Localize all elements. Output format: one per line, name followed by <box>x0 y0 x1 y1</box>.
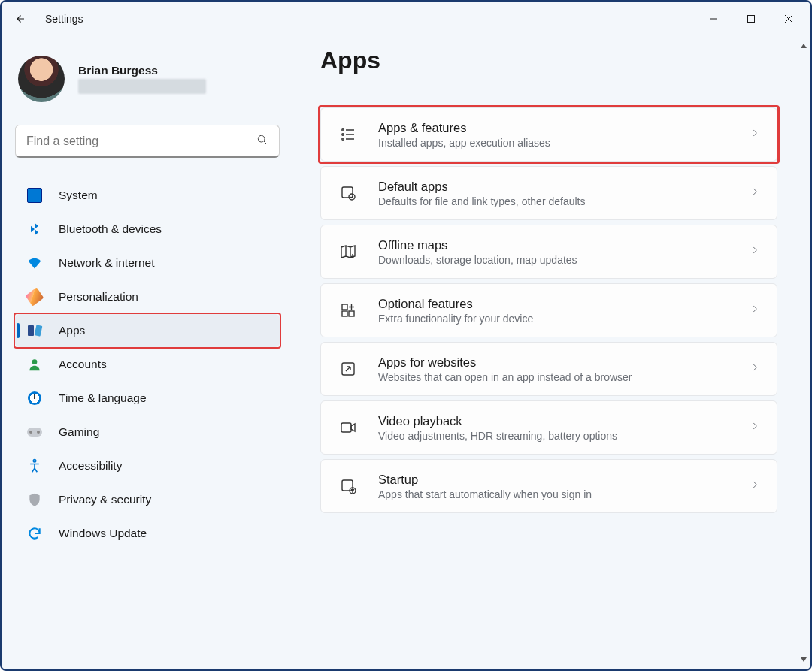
tile-subtitle: Downloads, storage location, map updates <box>378 254 730 266</box>
clock-icon <box>27 391 42 406</box>
tile-title: Default apps <box>378 180 730 194</box>
back-button[interactable] <box>5 4 35 34</box>
sidebar-item-time[interactable]: Time & language <box>15 382 280 415</box>
accessibility-icon <box>27 458 42 473</box>
accounts-icon <box>27 357 42 372</box>
tile-title: Startup <box>378 473 730 487</box>
tile-subtitle: Installed apps, app execution aliases <box>378 137 730 149</box>
sidebar-item-personalization[interactable]: Personalization <box>15 280 280 313</box>
map-icon <box>338 241 359 262</box>
close-button[interactable] <box>770 5 807 32</box>
tile-list: Apps & features Installed apps, app exec… <box>320 107 777 513</box>
sidebar-item-accounts[interactable]: Accounts <box>15 348 280 381</box>
sidebar-item-privacy[interactable]: Privacy & security <box>15 483 280 516</box>
sidebar-item-label: Gaming <box>59 425 99 439</box>
sidebar-item-label: Time & language <box>59 391 147 405</box>
tile-video-playback[interactable]: Video playback Video adjustments, HDR st… <box>320 400 777 455</box>
apps-icon <box>27 323 42 338</box>
chevron-right-icon <box>750 245 760 258</box>
sidebar-item-label: Apps <box>59 324 85 337</box>
chevron-right-icon <box>750 421 760 434</box>
sidebar-item-label: Bluetooth & devices <box>59 222 162 236</box>
sidebar-item-network[interactable]: Network & internet <box>15 246 280 280</box>
bluetooth-icon <box>27 222 42 237</box>
tile-startup[interactable]: Startup Apps that start automatically wh… <box>320 459 777 513</box>
tile-optional-features[interactable]: Optional features Extra functionality fo… <box>320 283 777 337</box>
link-app-icon <box>338 358 359 379</box>
optional-features-icon <box>338 300 359 321</box>
sidebar-item-apps[interactable]: Apps <box>15 314 280 347</box>
avatar <box>18 56 65 102</box>
profile-name: Brian Burgess <box>78 64 206 77</box>
svg-rect-0 <box>748 16 755 23</box>
wifi-icon <box>27 255 42 271</box>
tile-subtitle: Apps that start automatically when you s… <box>378 488 730 500</box>
tile-title: Apps for websites <box>378 355 730 370</box>
svg-point-5 <box>342 134 344 135</box>
sidebar-item-label: Network & internet <box>59 256 155 270</box>
tile-title: Offline maps <box>378 238 730 252</box>
svg-rect-9 <box>342 304 347 310</box>
shield-icon <box>27 492 42 507</box>
chevron-right-icon <box>750 362 760 376</box>
sidebar-item-label: Personalization <box>59 290 138 304</box>
sidebar-item-bluetooth[interactable]: Bluetooth & devices <box>15 213 280 246</box>
svg-rect-10 <box>342 311 347 316</box>
tile-subtitle: Websites that can open in an app instead… <box>378 371 730 383</box>
search-box[interactable] <box>15 125 280 158</box>
gamepad-icon <box>27 425 42 440</box>
personalization-icon <box>27 289 42 304</box>
nav-list: System Bluetooth & devices Network & int… <box>15 179 280 550</box>
window-title: Settings <box>45 13 83 25</box>
window-controls <box>695 5 807 32</box>
main-content: Apps Apps & features Installed apps, app… <box>293 36 810 669</box>
sidebar-item-label: System <box>59 189 98 202</box>
sidebar-item-accessibility[interactable]: Accessibility <box>15 449 280 482</box>
profile-block[interactable]: Brian Burgess <box>15 51 280 107</box>
tile-title: Apps & features <box>378 121 730 135</box>
svg-rect-11 <box>349 311 354 316</box>
svg-rect-13 <box>341 423 351 432</box>
sidebar-item-label: Windows Update <box>59 527 147 540</box>
chevron-right-icon <box>750 128 760 141</box>
scrollbar[interactable] <box>797 36 810 669</box>
sidebar-item-label: Accessibility <box>59 459 122 473</box>
svg-rect-14 <box>342 480 353 491</box>
svg-point-4 <box>342 129 344 131</box>
svg-point-1 <box>258 135 265 142</box>
chevron-right-icon <box>750 186 760 200</box>
scroll-up-icon[interactable] <box>800 39 807 53</box>
minimize-button[interactable] <box>695 5 732 32</box>
system-icon <box>27 188 42 203</box>
svg-point-3 <box>33 460 35 462</box>
svg-point-2 <box>32 359 38 364</box>
scroll-down-icon[interactable] <box>800 653 807 666</box>
page-title: Apps <box>320 47 777 74</box>
maximize-button[interactable] <box>732 5 770 32</box>
default-apps-icon <box>338 183 359 204</box>
tile-subtitle: Extra functionality for your device <box>378 313 730 325</box>
tile-title: Video playback <box>378 414 730 428</box>
svg-rect-7 <box>342 187 353 198</box>
sidebar-item-gaming[interactable]: Gaming <box>15 416 280 449</box>
video-icon <box>338 417 359 438</box>
sidebar-item-update[interactable]: Windows Update <box>15 517 280 550</box>
chevron-right-icon <box>750 304 760 317</box>
tile-title: Optional features <box>378 297 730 311</box>
annotation-highlight <box>14 313 281 349</box>
startup-icon <box>338 476 359 497</box>
search-icon <box>256 134 268 149</box>
tile-apps-features[interactable]: Apps & features Installed apps, app exec… <box>320 107 777 162</box>
sidebar-item-label: Privacy & security <box>59 493 151 506</box>
sidebar-item-label: Accounts <box>59 358 107 371</box>
chevron-right-icon <box>750 479 760 493</box>
profile-email-redacted <box>78 79 206 94</box>
tile-apps-websites[interactable]: Apps for websites Websites that can open… <box>320 342 777 396</box>
tile-offline-maps[interactable]: Offline maps Downloads, storage location… <box>320 225 777 279</box>
tile-default-apps[interactable]: Default apps Defaults for file and link … <box>320 166 777 220</box>
sidebar: Brian Burgess System Bluetooth & devices <box>2 36 293 669</box>
sidebar-item-system[interactable]: System <box>15 179 280 212</box>
list-icon <box>338 124 359 145</box>
search-input[interactable] <box>26 135 256 148</box>
update-icon <box>27 526 42 541</box>
